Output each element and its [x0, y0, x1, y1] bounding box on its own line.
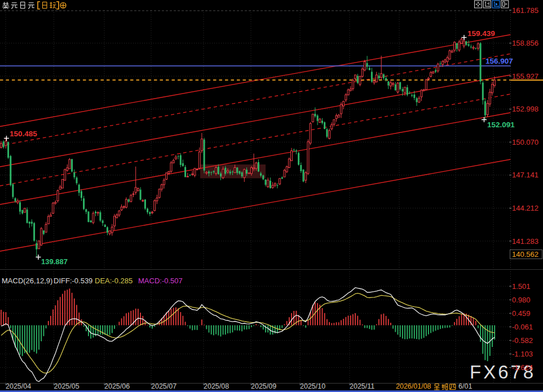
svg-text:0.980: 0.980 [512, 296, 531, 304]
svg-text:150.485: 150.485 [10, 130, 37, 138]
svg-text:-0.061: -0.061 [512, 323, 533, 331]
svg-text:161.785: 161.785 [512, 6, 538, 15]
svg-text:MACD:-0.507: MACD:-0.507 [138, 277, 183, 285]
svg-text:140.562: 140.562 [512, 250, 538, 259]
svg-text:144.212: 144.212 [512, 204, 538, 212]
svg-text:147.141: 147.141 [512, 171, 538, 179]
svg-text:2025/05: 2025/05 [54, 382, 80, 390]
svg-text:2025/09: 2025/09 [251, 382, 276, 390]
svg-text:159.439: 159.439 [467, 29, 495, 38]
svg-text:156.907: 156.907 [485, 57, 513, 65]
svg-text:139.887: 139.887 [41, 257, 68, 266]
svg-text:150.070: 150.070 [512, 138, 538, 146]
svg-text:DIFF:-0.539: DIFF:-0.539 [54, 277, 92, 285]
svg-text:2026/01/08: 2026/01/08 [396, 382, 431, 390]
svg-text:2025/04: 2025/04 [6, 382, 31, 390]
svg-text:155.927: 155.927 [512, 72, 538, 81]
svg-text:152.091: 152.091 [487, 121, 515, 129]
svg-text:2025/07: 2025/07 [151, 382, 176, 390]
svg-text:141.283: 141.283 [512, 237, 538, 246]
svg-text:1.501: 1.501 [512, 282, 531, 291]
svg-text:2025/10: 2025/10 [300, 382, 325, 390]
svg-text:2025/06: 2025/06 [104, 382, 130, 390]
svg-text:-0.582: -0.582 [512, 336, 533, 345]
svg-text:2025/11: 2025/11 [350, 382, 374, 390]
svg-text:152.998: 152.998 [512, 105, 538, 113]
svg-text:6/01: 6/01 [458, 382, 472, 390]
svg-text:158.856: 158.856 [512, 39, 538, 47]
svg-text:0.459: 0.459 [512, 309, 531, 318]
svg-text:-1.624: -1.624 [512, 363, 533, 372]
svg-text:-1.103: -1.103 [512, 350, 533, 358]
svg-text:MACD(26,12,9): MACD(26,12,9) [2, 277, 52, 285]
svg-text:DEA:-0.285: DEA:-0.285 [95, 277, 133, 285]
svg-text:2025/08: 2025/08 [204, 382, 229, 390]
